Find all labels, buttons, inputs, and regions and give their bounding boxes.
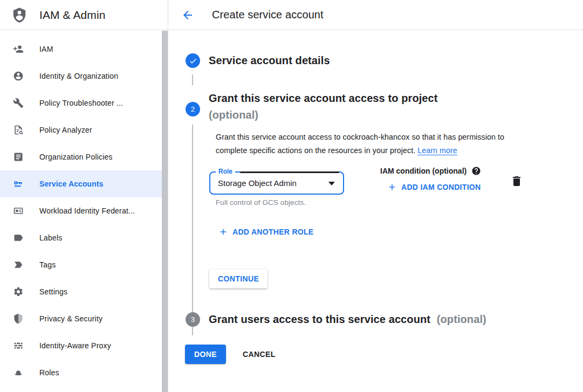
wizard-content: Service account details 2 Grant this ser… [168, 30, 583, 392]
step1-title[interactable]: Service account details [209, 53, 330, 68]
sidebar-item-label: Identity & Organization [39, 72, 118, 80]
hat-icon [13, 367, 24, 378]
label-icon [13, 232, 24, 243]
iap-icon [13, 340, 24, 351]
step3-optional-text: (optional) [437, 313, 486, 325]
sidebar-item-settings[interactable]: Settings [0, 278, 168, 305]
sidebar-item-service-accounts[interactable]: Service Accounts [0, 170, 168, 197]
step3-number: 3 [191, 315, 195, 324]
sidebar-item-label: Policy Analyzer [39, 126, 92, 134]
sidebar-item-workload-identity-federat[interactable]: Workload Identity Federat... [0, 197, 168, 224]
role-field-notch-line [240, 171, 339, 173]
sidebar-item-identity-aware-proxy[interactable]: Identity-Aware Proxy [0, 332, 168, 359]
sidebar-item-label: Labels [39, 233, 62, 242]
sidebar-item-label: Tags [39, 260, 56, 269]
sidebar: IAM & Admin IAM Identity & Organization … [0, 0, 168, 392]
sidebar-item-label: Roles [39, 368, 59, 377]
step2-description-text: Grant this service account access to coc… [216, 133, 504, 155]
sidebar-item-policy-troubleshooter[interactable]: Policy Troubleshooter ... [0, 90, 168, 116]
sidebar-item-organization-policies[interactable]: Organization Policies [0, 143, 168, 170]
sidebar-item-label: Settings [39, 287, 67, 296]
policy-doc-icon [13, 125, 24, 135]
role-helper-text: Full control of GCS objects. [216, 198, 306, 207]
step2-number: 2 [191, 105, 195, 113]
iam-condition-label: IAM condition (optional) [380, 167, 467, 175]
plus-icon [218, 227, 228, 237]
card-icon [13, 205, 24, 216]
sidebar-header: IAM & Admin [0, 0, 168, 30]
back-arrow-icon[interactable] [181, 9, 194, 22]
sidebar-item-identity-organization[interactable]: Identity & Organization [0, 63, 168, 90]
stepper-connector-line [192, 74, 193, 85]
dropdown-arrow-icon [328, 182, 335, 185]
cancel-button[interactable]: CANCEL [238, 345, 280, 364]
add-another-role-button[interactable]: ADD ANOTHER ROLE [218, 227, 314, 237]
help-icon[interactable] [471, 166, 481, 176]
sidebar-item-labels[interactable]: Labels [0, 224, 168, 251]
sidebar-item-tags[interactable]: Tags [0, 251, 168, 278]
stepper-connector-line-long [192, 125, 193, 335]
add-iam-condition-label: ADD IAM CONDITION [401, 183, 481, 191]
sidebar-item-privacy-security[interactable]: Privacy & Security [0, 305, 168, 332]
learn-more-link[interactable]: Learn more [417, 146, 457, 155]
main-panel: Create service account Service account d… [168, 0, 583, 392]
step2-description: Grant this service account access to coc… [216, 130, 535, 157]
sidebar-item-label: Policy Troubleshooter ... [39, 99, 123, 107]
role-selected-value: Storage Object Admin [218, 178, 297, 188]
tag-arrow-icon [13, 259, 24, 270]
sidebar-item-label: IAM [39, 45, 53, 53]
iam-shield-icon [11, 7, 28, 23]
sidebar-item-roles[interactable]: Roles [0, 359, 168, 386]
role-field-label: Role [216, 168, 235, 175]
sidebar-item-iam[interactable]: IAM [0, 36, 168, 63]
done-button[interactable]: DONE [185, 345, 226, 364]
sidebar-item-label: Workload Identity Federat... [39, 207, 135, 215]
sidebar-scrollbar-thumb[interactable] [162, 31, 168, 392]
wrench-icon [13, 98, 24, 108]
sidebar-nav: IAM Identity & Organization Policy Troub… [0, 30, 168, 386]
role-select[interactable]: Role Storage Object Admin [209, 171, 344, 195]
add-iam-condition-button[interactable]: ADD IAM CONDITION [387, 182, 481, 192]
delete-role-icon[interactable] [510, 175, 523, 188]
sidebar-item-label: Service Accounts [39, 180, 104, 188]
iam-condition-header: IAM condition (optional) [380, 166, 481, 176]
sidebar-item-label: Privacy & Security [39, 314, 102, 323]
sidebar-item-label: Organization Policies [39, 153, 113, 161]
step3-title-text: Grant users access to this service accou… [209, 313, 430, 325]
sidebar-item-policy-analyzer[interactable]: Policy Analyzer [0, 116, 168, 143]
step2-title-text: Grant this service account access to pro… [209, 90, 500, 107]
page-title: Create service account [212, 9, 324, 21]
step2-title: Grant this service account access to pro… [209, 90, 500, 123]
sidebar-item-label: Identity-Aware Proxy [39, 341, 111, 350]
shield-icon [13, 313, 24, 324]
person-add-icon [13, 44, 24, 54]
plus-icon [387, 182, 397, 192]
page-header: Create service account [168, 0, 583, 30]
account-circle-icon [13, 71, 24, 81]
gear-icon [13, 286, 24, 297]
article-icon [13, 152, 24, 162]
step2-optional-text: (optional) [209, 107, 500, 123]
add-another-role-label: ADD ANOTHER ROLE [232, 228, 314, 236]
app-window: IAM & Admin IAM Identity & Organization … [0, 0, 583, 392]
step2-number-badge: 2 [186, 102, 200, 116]
step3-number-badge: 3 [186, 312, 200, 327]
check-icon [189, 57, 197, 65]
step3-title[interactable]: Grant users access to this service accou… [209, 312, 565, 327]
continue-button[interactable]: CONTINUE [209, 269, 268, 288]
service-key-icon [13, 178, 24, 189]
product-title: IAM & Admin [39, 9, 105, 22]
step1-complete-badge [186, 53, 200, 68]
